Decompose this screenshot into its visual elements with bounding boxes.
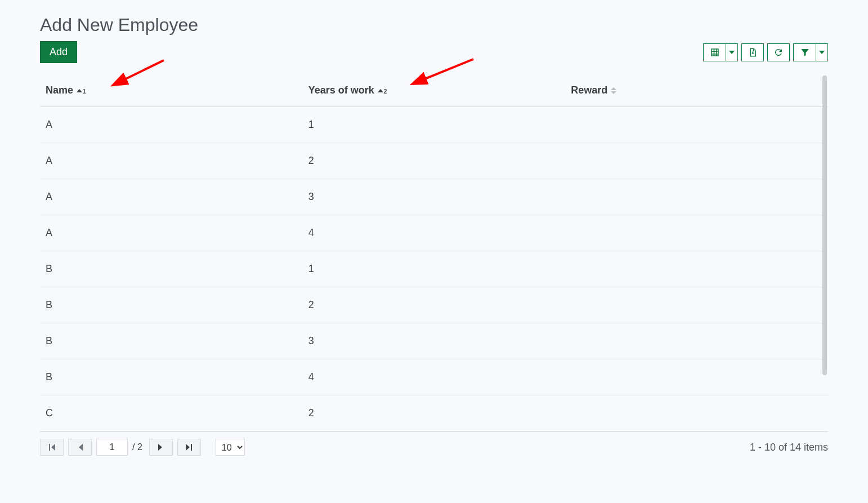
cell-years: 1 — [303, 107, 566, 143]
cell-reward — [565, 215, 828, 251]
toolbar: Add — [29, 41, 839, 74]
column-header-label: Reward — [571, 84, 607, 96]
pager-left: / 2 10 — [40, 439, 245, 456]
page-number-input[interactable] — [96, 439, 128, 456]
table-row[interactable]: B 2 — [40, 287, 828, 323]
cell-years: 3 — [303, 179, 566, 215]
cell-name: B — [40, 359, 303, 395]
chevron-down-icon — [729, 50, 735, 55]
action-button-group — [703, 43, 828, 61]
refresh-icon — [773, 47, 784, 57]
cell-reward — [565, 395, 828, 431]
cell-years: 3 — [303, 323, 566, 359]
grid-icon — [710, 47, 720, 57]
cell-reward — [565, 143, 828, 179]
column-header-reward[interactable]: Reward — [565, 74, 828, 106]
grid-header: Name 1 Years of work 2 Reward — [40, 74, 828, 107]
sort-none-icon — [611, 87, 616, 95]
page-total-label: / 2 — [132, 442, 142, 452]
cell-name: C — [40, 395, 303, 431]
column-header-label: Name — [46, 84, 73, 96]
employee-grid: Name 1 Years of work 2 Reward — [40, 74, 828, 432]
page-size-select[interactable]: 10 — [216, 439, 245, 456]
page-title: Add New Employee — [29, 6, 839, 41]
cell-name: B — [40, 287, 303, 323]
pager: / 2 10 1 - 10 of 14 items — [29, 432, 839, 460]
cell-name: A — [40, 179, 303, 215]
cell-years: 4 — [303, 215, 566, 251]
cell-years: 2 — [303, 287, 566, 323]
cell-name: B — [40, 251, 303, 287]
sort-index: 2 — [384, 88, 387, 95]
table-row[interactable]: B 3 — [40, 323, 828, 359]
table-row[interactable]: A 3 — [40, 179, 828, 215]
table-row[interactable]: B 1 — [40, 251, 828, 287]
cell-years: 2 — [303, 143, 566, 179]
page: Add New Employee Add — [29, 0, 839, 460]
next-icon — [158, 444, 164, 451]
cell-years: 4 — [303, 359, 566, 395]
first-page-button[interactable] — [40, 439, 64, 456]
refresh-button[interactable] — [767, 43, 790, 61]
filter-dropdown-button[interactable] — [816, 43, 828, 61]
cell-reward — [565, 287, 828, 323]
sort-asc-icon: 2 — [378, 87, 387, 94]
cell-name: A — [40, 107, 303, 143]
column-header-name[interactable]: Name 1 — [40, 74, 303, 106]
column-header-label: Years of work — [308, 84, 374, 96]
last-page-button[interactable] — [177, 439, 201, 456]
cell-name: A — [40, 215, 303, 251]
cell-reward — [565, 359, 828, 395]
scrollbar[interactable] — [821, 74, 827, 431]
cell-reward — [565, 251, 828, 287]
file-excel-icon — [748, 47, 758, 57]
cell-reward — [565, 107, 828, 143]
sort-asc-icon: 1 — [77, 87, 86, 94]
filter-icon — [800, 47, 810, 57]
scrollbar-thumb[interactable] — [822, 75, 827, 375]
columns-dropdown-button[interactable] — [726, 43, 738, 61]
pager-info: 1 - 10 of 14 items — [750, 442, 828, 453]
first-page-icon — [48, 444, 56, 451]
filter-button[interactable] — [793, 43, 816, 61]
columns-button[interactable] — [703, 43, 726, 61]
table-row[interactable]: B 4 — [40, 359, 828, 395]
cell-years: 2 — [303, 395, 566, 431]
cell-years: 1 — [303, 251, 566, 287]
grid-body: A 1 A 2 A 3 A 4 B 1 — [40, 107, 828, 431]
sort-index: 1 — [83, 88, 86, 95]
add-button[interactable]: Add — [40, 41, 77, 63]
table-row[interactable]: C 2 — [40, 395, 828, 431]
next-page-button[interactable] — [149, 439, 173, 456]
cell-reward — [565, 179, 828, 215]
export-button[interactable] — [741, 43, 764, 61]
column-header-years[interactable]: Years of work 2 — [303, 74, 566, 106]
cell-name: B — [40, 323, 303, 359]
prev-page-button[interactable] — [68, 439, 92, 456]
last-page-icon — [185, 444, 193, 451]
table-row[interactable]: A 1 — [40, 107, 828, 143]
cell-reward — [565, 323, 828, 359]
prev-icon — [77, 444, 83, 451]
chevron-down-icon — [819, 50, 825, 55]
table-row[interactable]: A 2 — [40, 143, 828, 179]
cell-name: A — [40, 143, 303, 179]
table-row[interactable]: A 4 — [40, 215, 828, 251]
